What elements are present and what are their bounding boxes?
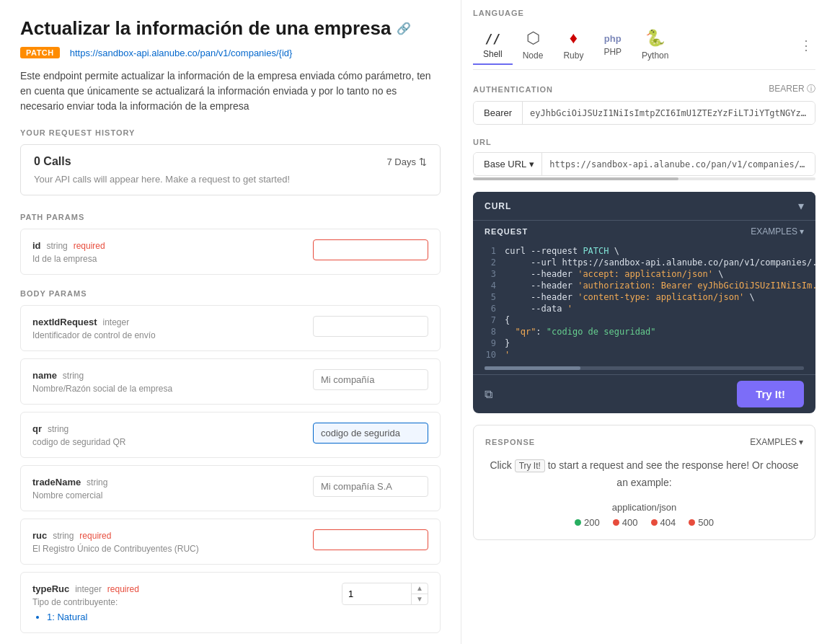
param-qr-type: string xyxy=(48,424,68,434)
code-scrollbar xyxy=(485,366,804,370)
code-line-4: 4 --header 'authorization: Bearer eyJhbG… xyxy=(473,280,815,291)
tab-shell[interactable]: // Shell xyxy=(473,27,513,65)
response-examples-button[interactable]: EXAMPLES ▾ xyxy=(750,437,803,447)
response-header: RESPONSE EXAMPLES ▾ xyxy=(485,437,803,447)
response-label: RESPONSE xyxy=(485,438,535,446)
bearer-button[interactable]: Bearer xyxy=(474,102,523,124)
auth-label: AUTHENTICATION xyxy=(473,85,553,94)
param-tradeName-input[interactable] xyxy=(313,476,428,497)
language-section: LANGUAGE // Shell ⬡ Node ♦ Ruby php PHP … xyxy=(473,9,815,70)
stepper-down[interactable]: ▼ xyxy=(412,594,428,604)
url-value: https://sandbox-api.alanube.co/pan/v1/co… xyxy=(542,154,815,175)
status-200: 200 xyxy=(575,517,600,528)
body-param-typeRuc: typeRuc integer required Tipo de contrib… xyxy=(20,572,441,633)
chevron-up-down-icon: ⇅ xyxy=(419,156,427,167)
param-tradeName-type: string xyxy=(87,477,107,488)
param-name-input[interactable] xyxy=(313,369,428,390)
curl-examples-button[interactable]: EXAMPLES ▾ xyxy=(751,226,804,237)
code-line-1: 1curl --request PATCH \ xyxy=(473,245,815,257)
ruby-icon: ♦ xyxy=(570,29,578,48)
body-param-ruc: ruc string required El Registro Único de… xyxy=(20,519,441,565)
link-icon: 🔗 xyxy=(397,22,411,35)
curl-collapse-button[interactable]: ▾ xyxy=(798,199,804,213)
days-selector[interactable]: 7 Days ⇅ xyxy=(387,156,427,167)
url-scrollbar-thumb xyxy=(473,177,678,180)
param-tradeName-desc: Nombre comercial xyxy=(32,490,313,500)
param-qr-input[interactable] xyxy=(313,423,428,444)
code-line-2: 2 --url https://sandbox-api.alanube.co/p… xyxy=(473,257,815,268)
chevron-down-icon: ▾ xyxy=(529,159,534,169)
left-panel: Actualizar la información de una empresa… xyxy=(0,0,461,644)
auth-row: Bearer eyJhbGciOiJSUzI1NiIsImtpZCI6ImU1Z… xyxy=(473,101,815,125)
param-name-name: name xyxy=(32,370,57,381)
param-qr-desc: codigo de seguridad QR xyxy=(32,437,313,447)
url-row: Base URL ▾ https://sandbox-api.alanube.c… xyxy=(473,152,815,176)
param-nextIdRequest-desc: Identificador de control de envío xyxy=(32,330,313,340)
node-icon: ⬡ xyxy=(526,29,540,48)
param-name-desc: Nombre/Razón social de la empresa xyxy=(32,384,313,394)
try-it-button[interactable]: Try It! xyxy=(737,381,804,407)
code-line-8: 8 "qr": "codigo de seguridad" xyxy=(473,326,815,338)
shell-icon: // xyxy=(485,31,501,46)
param-nextIdRequest-name: nextIdRequest xyxy=(32,317,97,327)
python-icon: 🐍 xyxy=(645,29,665,48)
language-label: LANGUAGE xyxy=(473,9,815,17)
page-title: Actualizar la información de una empresa… xyxy=(20,17,441,40)
param-typeRuc-stepper: ▲ ▼ xyxy=(342,583,428,605)
url-section: URL Base URL ▾ https://sandbox-api.alanu… xyxy=(473,138,815,180)
tab-ruby[interactable]: ♦ Ruby xyxy=(553,25,593,66)
status-400: 400 xyxy=(613,517,638,528)
tab-node[interactable]: ⬡ Node xyxy=(513,25,554,66)
curl-title: CURL xyxy=(485,201,511,211)
curl-section: CURL ▾ REQUEST EXAMPLES ▾ 1curl --reques… xyxy=(473,192,815,413)
code-scrollbar-thumb xyxy=(485,366,580,370)
param-ruc-name: ruc xyxy=(32,530,47,541)
status-404: 404 xyxy=(651,517,676,528)
param-nextIdRequest-input[interactable] xyxy=(313,316,428,337)
stepper-up[interactable]: ▲ xyxy=(412,583,428,594)
param-id-type: string xyxy=(46,241,67,251)
status-500: 500 xyxy=(689,517,714,528)
param-ruc-type: string xyxy=(53,531,74,541)
history-empty: Your API calls will appear here. Make a … xyxy=(34,174,427,185)
param-id-name: id xyxy=(32,240,41,251)
more-languages-button[interactable]: ⋮ xyxy=(797,35,815,56)
param-id-desc: Id de la empresa xyxy=(32,254,313,264)
param-typeRuc-input[interactable] xyxy=(342,584,411,604)
copy-icon[interactable]: ⧉ xyxy=(485,388,492,401)
param-ruc-input[interactable] xyxy=(313,529,428,550)
auth-token: eyJhbGciOiJSUzI1NiIsImtpZCI6ImU1ZTEzYzFi… xyxy=(523,102,815,124)
param-qr-name: qr xyxy=(32,423,42,434)
path-param-id: id string required Id de la empresa xyxy=(20,229,441,275)
history-box: 0 Calls 7 Days ⇅ Your API calls will app… xyxy=(20,144,441,195)
right-panel: LANGUAGE // Shell ⬡ Node ♦ Ruby php PHP … xyxy=(461,0,827,644)
curl-request-label: REQUEST xyxy=(485,227,528,236)
param-typeRuc-desc: Tipo de contribuyente: xyxy=(32,597,342,607)
param-id-required: required xyxy=(74,241,105,251)
base-url-button[interactable]: Base URL ▾ xyxy=(474,153,542,175)
param-ruc-required: required xyxy=(79,531,111,541)
response-section: RESPONSE EXAMPLES ▾ Click Try It! to sta… xyxy=(473,425,815,540)
calls-label: 0 Calls xyxy=(34,155,71,168)
tab-php[interactable]: php PHP xyxy=(593,29,632,63)
body-params-section: BODY PARAMS nextIdRequest integer Identi… xyxy=(20,289,441,633)
bearer-info-label: BEARER ⓘ xyxy=(769,83,815,95)
url-label: URL xyxy=(473,138,815,146)
content-type-label: application/json xyxy=(485,502,803,513)
path-params-label: PATH PARAMS xyxy=(20,213,441,221)
code-line-3: 3 --header 'accept: application/json' \ xyxy=(473,268,815,280)
description: Este endpoint permite actualizar la info… xyxy=(20,69,441,114)
param-tradeName-name: tradeName xyxy=(32,477,81,488)
code-line-5: 5 --header 'content-type: application/js… xyxy=(473,291,815,303)
code-line-9: 9} xyxy=(473,338,815,349)
response-placeholder: Click Try It! to start a request and see… xyxy=(485,457,803,492)
param-name-type: string xyxy=(63,371,84,381)
body-param-nextIdRequest: nextIdRequest integer Identificador de c… xyxy=(20,305,441,351)
chevron-down-icon: ▾ xyxy=(800,226,804,237)
response-types: application/json 200 400 404 500 xyxy=(485,502,803,528)
curl-subheader: REQUEST EXAMPLES ▾ xyxy=(473,221,815,242)
param-id-input[interactable] xyxy=(313,239,428,260)
tab-python[interactable]: 🐍 Python xyxy=(632,25,678,66)
body-params-label: BODY PARAMS xyxy=(20,289,441,298)
typeRuc-option-1: 1: Natural xyxy=(47,612,342,622)
